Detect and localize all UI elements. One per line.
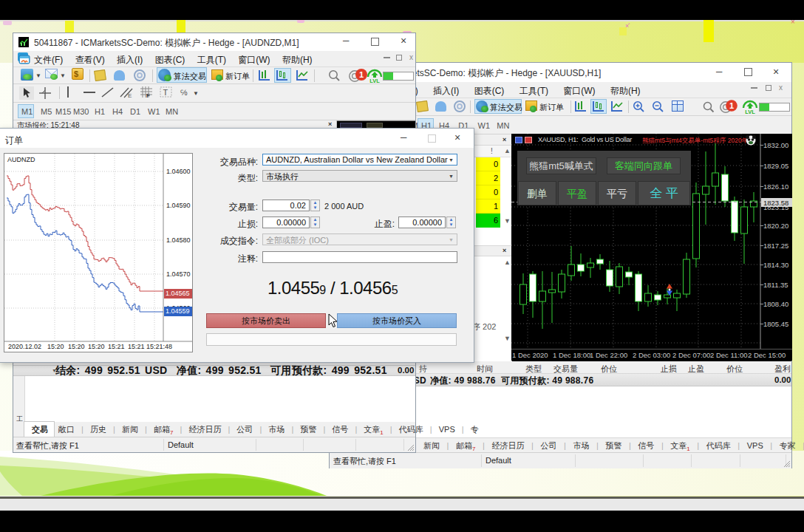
svg-text:2 Dec 03:00: 2 Dec 03:00	[633, 351, 670, 359]
svg-text:1829.05: 1829.05	[763, 162, 788, 170]
svg-text:F: F	[146, 92, 150, 99]
svg-text:1805.45: 1805.45	[763, 320, 788, 328]
svg-text:1 Dec 2020: 1 Dec 2020	[512, 351, 548, 359]
svg-text:LVL: LVL	[369, 78, 380, 83]
svg-text:1 Dec 22:00: 1 Dec 22:00	[590, 351, 627, 359]
svg-text:2 Dec 15:00: 2 Dec 15:00	[748, 351, 786, 359]
svg-text:1: 1	[359, 70, 364, 79]
svg-text:1: 1	[729, 101, 734, 110]
svg-text:2 Dec 11:00: 2 Dec 11:00	[710, 351, 748, 359]
svg-text:1820.20: 1820.20	[763, 222, 788, 230]
svg-text:LVL: LVL	[745, 109, 755, 115]
svg-text:1826.10: 1826.10	[763, 183, 788, 191]
svg-text:1817.25: 1817.25	[763, 242, 788, 250]
svg-text:1823.58: 1823.58	[763, 199, 788, 207]
svg-text:E: E	[128, 92, 132, 99]
svg-text:1832.00: 1832.00	[763, 141, 788, 149]
svg-text:1808.40: 1808.40	[763, 300, 788, 308]
svg-text:2 Dec 07:00: 2 Dec 07:00	[672, 351, 710, 359]
svg-text:T: T	[163, 88, 168, 97]
svg-text:1811.35: 1811.35	[763, 281, 788, 289]
svg-text:1 Dec 18:00: 1 Dec 18:00	[553, 351, 590, 359]
svg-text:1814.30: 1814.30	[763, 261, 788, 269]
